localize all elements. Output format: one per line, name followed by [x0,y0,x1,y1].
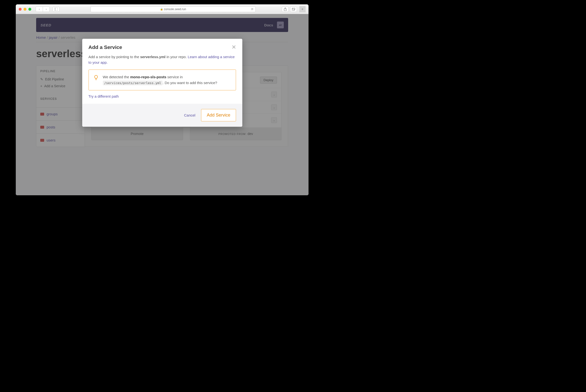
detect-box: We detected the mono-repo-sls-posts serv… [89,70,236,90]
svg-rect-5 [292,8,295,10]
close-window-button[interactable] [19,8,22,11]
close-icon[interactable]: ✕ [232,44,236,50]
cancel-button[interactable]: Cancel [184,113,195,117]
tabs-button[interactable] [290,6,297,12]
url-bar[interactable]: 🔒 console.seed.run ⟳ [91,6,256,12]
sidebar-toggle-button[interactable] [53,7,59,12]
traffic-lights [19,8,31,11]
modal-description: Add a service by pointing to the serverl… [89,54,236,65]
minimize-window-button[interactable] [24,8,27,11]
add-service-button[interactable]: Add Service [201,109,236,122]
reload-button[interactable]: ⟳ [251,8,253,11]
forward-button[interactable]: › [43,7,50,12]
try-different-path-link[interactable]: Try a different path [89,94,236,98]
svg-rect-0 [54,8,58,11]
browser-right-buttons: + [282,6,306,12]
lightbulb-icon [93,74,99,80]
share-button[interactable] [282,6,289,12]
modal-title: Add a Service [89,44,122,50]
detect-text: We detected the mono-repo-sls-posts serv… [103,74,217,86]
browser-chrome: ‹ › 🔒 console.seed.run ⟳ + [16,4,309,14]
page-content: SEED Docs air Home / jayair / serverles … [16,14,309,195]
new-tab-button[interactable]: + [299,6,306,12]
lock-icon: 🔒 [160,8,163,10]
back-button[interactable]: ‹ [36,7,43,12]
nav-buttons: ‹ › [36,6,50,12]
maximize-window-button[interactable] [28,8,31,11]
add-service-modal: Add a Service ✕ Add a service by pointin… [82,39,242,127]
url-text: console.seed.run [164,8,186,11]
svg-rect-4 [292,8,294,11]
browser-window: ‹ › 🔒 console.seed.run ⟳ + SEED Doc [16,4,309,195]
